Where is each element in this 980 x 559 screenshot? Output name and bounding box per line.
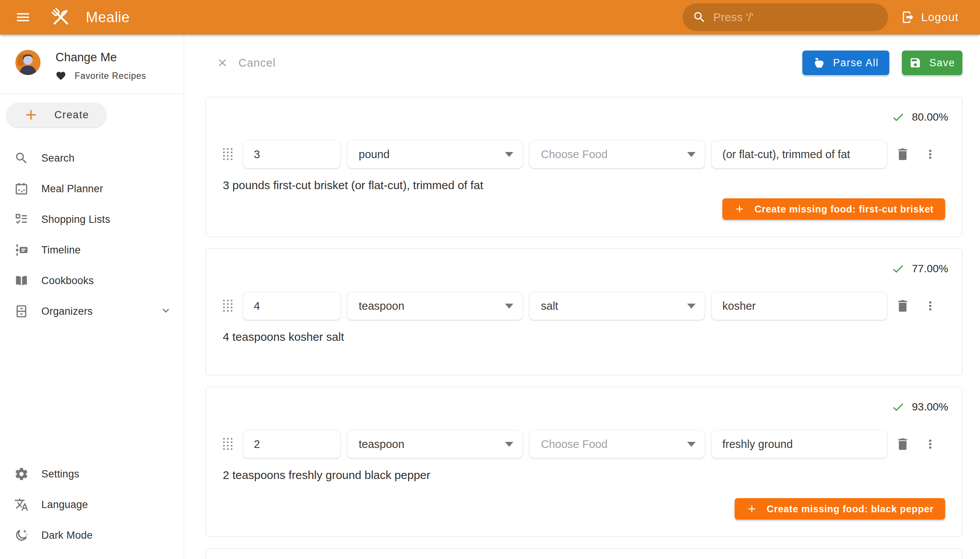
chevron-down-icon xyxy=(159,304,172,319)
save-button[interactable]: Save xyxy=(902,51,962,75)
create-missing-food-button[interactable]: Create missing food: black pepper xyxy=(735,498,945,519)
sidebar: Change Me Favorite Recipes Create Search xyxy=(0,35,184,559)
sidebar-item-meal-planner[interactable]: Meal Planner xyxy=(0,174,184,204)
trash-icon xyxy=(895,298,910,314)
confidence-row: 77.00% xyxy=(223,261,948,276)
create-button[interactable]: Create xyxy=(6,103,106,127)
caret-down-icon xyxy=(505,152,513,157)
main-content: Cancel Parse All Save 80.00% po xyxy=(184,35,980,559)
create-missing-food-button[interactable]: Create missing food: first-cut brisket xyxy=(722,198,945,220)
sidebar-divider xyxy=(0,94,184,94)
note-input[interactable] xyxy=(711,292,887,320)
parse-all-label: Parse All xyxy=(833,57,879,69)
user-block[interactable]: Change Me Favorite Recipes xyxy=(0,35,184,81)
unit-select[interactable]: teaspoon xyxy=(347,430,523,458)
kebab-icon xyxy=(923,147,937,161)
ingredient-fields-row: teaspoon salt xyxy=(223,292,945,320)
timeline-icon xyxy=(14,243,29,257)
missing-food-row: Create missing food: black pepper xyxy=(223,498,945,519)
delete-button[interactable] xyxy=(895,437,910,452)
kebab-icon xyxy=(923,437,937,451)
heart-icon xyxy=(56,70,66,81)
check-icon xyxy=(891,262,905,276)
logout-icon xyxy=(901,10,915,24)
sidebar-item-search[interactable]: Search xyxy=(0,143,184,174)
sidebar-item-settings[interactable]: Settings xyxy=(0,459,184,489)
user-meta: Change Me Favorite Recipes xyxy=(56,50,146,81)
save-label: Save xyxy=(929,57,955,69)
sidebar-item-label: Search xyxy=(41,152,74,164)
checklist-icon xyxy=(14,212,29,227)
delete-button[interactable] xyxy=(895,147,910,162)
food-select[interactable]: Choose Food xyxy=(529,140,705,169)
confidence-value: 93.00% xyxy=(912,401,948,413)
amount-input[interactable] xyxy=(243,292,341,320)
more-options-button[interactable] xyxy=(923,299,937,313)
food-select[interactable]: salt xyxy=(529,292,705,320)
unit-value: teaspoon xyxy=(359,300,505,313)
sidebar-spacer xyxy=(0,327,184,459)
sidebar-item-label: Shopping Lists xyxy=(41,213,110,225)
sidebar-item-dark-mode[interactable]: Dark Mode xyxy=(0,520,184,551)
ingredient-fields-row: pound Choose Food xyxy=(223,140,945,169)
app-bar: Mealie Press '/' Logout xyxy=(0,0,980,35)
gear-icon xyxy=(14,467,29,481)
ingredient-card-partial xyxy=(206,548,962,559)
trash-icon xyxy=(895,437,910,452)
sidebar-item-language[interactable]: Language xyxy=(0,489,184,520)
caret-down-icon xyxy=(505,442,513,447)
plus-icon xyxy=(23,107,39,123)
create-missing-food-label: Create missing food: first-cut brisket xyxy=(755,204,934,215)
ingredient-card: 93.00% teaspoon Choose Food xyxy=(206,387,962,537)
amount-input[interactable] xyxy=(243,140,341,169)
favorites-label: Favorite Recipes xyxy=(74,71,146,81)
search-icon xyxy=(692,10,706,24)
unit-select[interactable]: pound xyxy=(347,140,523,169)
sidebar-item-cookbooks[interactable]: Cookbooks xyxy=(0,265,184,296)
drag-handle-icon[interactable] xyxy=(223,148,233,161)
book-icon xyxy=(14,273,29,288)
caret-down-icon xyxy=(687,304,696,309)
note-input[interactable] xyxy=(711,140,887,169)
confidence-row: 80.00% xyxy=(223,109,948,125)
more-options-button[interactable] xyxy=(923,437,937,451)
menu-icon[interactable] xyxy=(14,8,32,26)
mealie-logo-icon[interactable] xyxy=(48,5,73,30)
sidebar-item-organizers[interactable]: Organizers xyxy=(0,296,184,327)
sidebar-item-label: Dark Mode xyxy=(41,529,93,541)
search-input[interactable]: Press '/' xyxy=(683,3,888,31)
original-ingredient-text: 3 pounds first-cut brisket (or flat-cut)… xyxy=(223,179,945,192)
search-placeholder: Press '/' xyxy=(713,11,754,24)
plus-icon xyxy=(746,503,758,514)
parse-all-button[interactable]: Parse All xyxy=(802,51,889,75)
search-icon xyxy=(14,151,29,165)
drag-handle-icon[interactable] xyxy=(223,299,233,313)
unit-value: pound xyxy=(359,148,505,161)
sidebar-item-label: Cookbooks xyxy=(41,275,94,287)
cancel-button[interactable]: Cancel xyxy=(216,57,276,69)
cabinet-icon xyxy=(14,304,29,319)
drag-handle-icon[interactable] xyxy=(223,438,233,451)
note-input[interactable] xyxy=(711,430,887,458)
confidence-value: 77.00% xyxy=(912,263,948,275)
calendar-icon xyxy=(14,182,29,196)
more-options-button[interactable] xyxy=(923,147,937,161)
delete-button[interactable] xyxy=(895,298,910,314)
unit-value: teaspoon xyxy=(359,438,505,451)
unit-select[interactable]: teaspoon xyxy=(347,292,523,320)
food-placeholder: Choose Food xyxy=(541,438,687,451)
moon-icon xyxy=(14,528,29,542)
logout-button[interactable]: Logout xyxy=(899,7,961,28)
favorite-recipes-link[interactable]: Favorite Recipes xyxy=(56,70,146,81)
avatar xyxy=(15,50,41,75)
ingredient-fields-row: teaspoon Choose Food xyxy=(223,430,945,458)
sidebar-item-shopping-lists[interactable]: Shopping Lists xyxy=(0,204,184,235)
sidebar-item-timeline[interactable]: Timeline xyxy=(0,235,184,265)
food-select[interactable]: Choose Food xyxy=(529,430,705,458)
sidebar-item-label: Meal Planner xyxy=(41,183,103,195)
logout-label: Logout xyxy=(921,11,959,24)
sidebar-item-label: Timeline xyxy=(41,244,81,256)
sidebar-nav: Search Meal Planner Shoppin xyxy=(0,143,184,327)
amount-input[interactable] xyxy=(243,430,341,458)
save-icon xyxy=(909,57,921,69)
